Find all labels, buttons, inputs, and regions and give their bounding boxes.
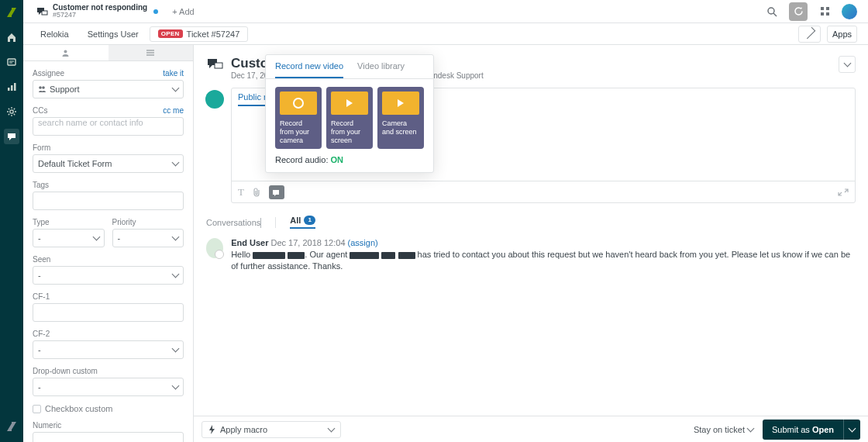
form-select[interactable]: Default Ticket Form xyxy=(33,154,184,173)
svg-point-8 xyxy=(768,8,774,14)
refresh-icon[interactable] xyxy=(789,2,808,21)
search-icon[interactable] xyxy=(763,2,781,21)
chevron-down-icon xyxy=(260,218,261,228)
ticket-fields-panel: Assigneetake it Support CCscc me search … xyxy=(23,45,194,442)
submit-dropdown[interactable] xyxy=(843,420,860,440)
chevron-down-icon xyxy=(172,271,180,278)
nav-home-icon[interactable] xyxy=(4,29,19,45)
apply-macro-select[interactable]: Apply macro xyxy=(202,421,341,438)
svg-rect-5 xyxy=(14,83,16,91)
checkbox-icon xyxy=(33,405,41,413)
breadcrumb: Relokia Settings User OPEN Ticket #57247… xyxy=(23,23,868,45)
type-select[interactable]: - xyxy=(33,229,105,247)
breadcrumb-current[interactable]: OPEN Ticket #57247 xyxy=(150,26,249,42)
seen-label: Seen xyxy=(33,255,50,264)
chevron-down-icon xyxy=(172,159,180,167)
camera-icon xyxy=(293,98,304,109)
svg-point-18 xyxy=(39,86,42,89)
priority-select[interactable]: - xyxy=(112,229,184,247)
card-camera-and-screen[interactable]: Camera and screen xyxy=(377,87,424,149)
window-tabbar: Customer not responding #57247 + Add xyxy=(23,0,868,23)
ticket-more-button[interactable] xyxy=(839,56,856,73)
nav-settings-icon[interactable] xyxy=(4,104,19,119)
add-tab[interactable]: + Add xyxy=(166,7,200,16)
apps-grid-icon[interactable] xyxy=(815,2,834,21)
logo-icon xyxy=(4,5,19,20)
svg-rect-4 xyxy=(11,85,13,91)
chevron-down-icon xyxy=(172,382,180,390)
video-popover: Record new video Video library Record fr… xyxy=(265,54,434,173)
type-label: Type xyxy=(33,218,50,226)
svg-rect-3 xyxy=(8,88,10,91)
next-ticket-button[interactable] xyxy=(798,26,821,43)
zendesk-icon[interactable] xyxy=(4,419,19,434)
take-it-link[interactable]: take it xyxy=(163,69,184,78)
cf2-label: CF-2 xyxy=(33,330,50,338)
nav-reports-icon[interactable] xyxy=(4,79,19,95)
avatar[interactable] xyxy=(842,4,857,19)
person-icon xyxy=(61,49,70,57)
numeric-input[interactable] xyxy=(33,432,184,442)
dropdown-select[interactable]: - xyxy=(33,378,184,396)
stay-on-ticket[interactable]: Stay on ticket xyxy=(694,425,753,434)
left-nav-rail xyxy=(0,0,23,442)
svg-rect-7 xyxy=(42,11,47,15)
cc-me-link[interactable]: cc me xyxy=(163,106,184,115)
breadcrumb-current-label: Ticket #57247 xyxy=(187,29,240,39)
apps-button[interactable]: Apps xyxy=(827,26,857,43)
record-audio-state[interactable]: ON xyxy=(331,155,344,164)
reply-expand-icon[interactable] xyxy=(838,188,849,197)
chevron-down-icon xyxy=(172,345,180,353)
cf2-select[interactable]: - xyxy=(33,340,184,359)
svg-point-6 xyxy=(10,110,13,113)
tab-video-library[interactable]: Video library xyxy=(357,55,405,78)
conversations-tab[interactable]: Conversations xyxy=(206,218,261,227)
tab-sub: #57247 xyxy=(53,12,147,19)
breadcrumb-settings-user[interactable]: Settings User xyxy=(80,27,146,41)
attachment-icon[interactable] xyxy=(252,187,261,198)
chevron-down-icon xyxy=(747,424,755,432)
cf1-input[interactable] xyxy=(33,303,184,322)
message-author: End User xyxy=(231,238,268,247)
card-record-camera[interactable]: Record from your camera xyxy=(275,87,322,149)
redacted xyxy=(288,252,305,259)
svg-rect-13 xyxy=(826,12,829,16)
panel-tab-requester[interactable] xyxy=(23,45,108,60)
panel-tab-list[interactable] xyxy=(108,45,194,60)
chevron-down-icon xyxy=(328,424,336,432)
redacted xyxy=(350,252,379,259)
breadcrumb-relokia[interactable]: Relokia xyxy=(33,27,77,41)
tab-record-new[interactable]: Record new video xyxy=(275,55,343,78)
seen-select[interactable]: - xyxy=(33,266,184,285)
chevron-down-icon xyxy=(92,233,100,241)
redacted xyxy=(398,252,415,259)
message-body: Hello . Our agent has tried to contact y… xyxy=(231,249,856,272)
nav-tickets-icon[interactable] xyxy=(4,54,19,70)
tags-input[interactable] xyxy=(33,192,184,210)
nav-chat-icon[interactable] xyxy=(4,129,19,144)
ccs-input[interactable]: search name or contact info xyxy=(33,117,184,136)
chevron-right-icon xyxy=(804,26,816,39)
speech-icon xyxy=(206,56,223,73)
dropdown-label: Drop-down custom xyxy=(33,367,98,375)
card-record-screen[interactable]: Record from your screen xyxy=(326,87,373,149)
text-format-icon[interactable]: T xyxy=(238,186,244,199)
assignee-select[interactable]: Support xyxy=(33,80,184,98)
svg-point-19 xyxy=(42,86,45,89)
message-item: End User Dec 17, 2018 12:04 (assign) Hel… xyxy=(206,238,856,272)
assign-link[interactable]: (assign) xyxy=(348,238,378,247)
numeric-label: Numeric xyxy=(33,421,61,430)
svg-rect-11 xyxy=(826,7,829,10)
conversations-all-tab[interactable]: All1 xyxy=(290,216,315,229)
chevron-down-icon xyxy=(172,233,180,241)
svg-line-9 xyxy=(773,13,777,16)
chevron-down-icon xyxy=(843,60,851,67)
ticket-tab[interactable]: Customer not responding #57247 xyxy=(28,0,166,23)
chevron-down-icon xyxy=(849,424,856,432)
checkbox-custom[interactable]: Checkbox custom xyxy=(33,404,184,413)
ticket-bottombar: Apply macro Stay on ticket Submit asOpen xyxy=(194,416,868,442)
end-user-avatar xyxy=(206,238,223,258)
submit-button[interactable]: Submit asOpen xyxy=(763,420,843,440)
chevron-down-icon xyxy=(172,85,180,92)
video-reply-icon[interactable] xyxy=(269,185,284,199)
